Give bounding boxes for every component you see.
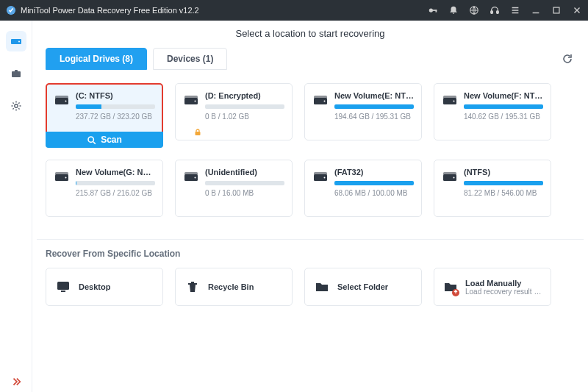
svg-rect-10 [12, 71, 21, 77]
gear-icon [10, 100, 22, 112]
section-title: Recover From Specific Location [46, 249, 575, 259]
drive-card[interactable]: New Volume(F: NTFS)140.62 GB / 195.31 GB [434, 83, 551, 140]
location-label: Select Folder [337, 282, 388, 291]
drive-size: 215.87 GB / 216.02 GB [76, 189, 155, 197]
svg-point-15 [65, 101, 67, 102]
drive-name: New Volume(E: NTFS) [334, 91, 414, 100]
page-heading: Select a location to start recovering [46, 28, 575, 39]
location-label: Load Manually [465, 279, 542, 288]
globe-icon[interactable] [469, 5, 479, 15]
drive-name: (NTFS) [464, 168, 543, 177]
svg-rect-7 [553, 7, 559, 13]
drive-name: (FAT32) [334, 168, 414, 177]
hard-drive-icon [314, 91, 329, 134]
maximize-button[interactable] [551, 5, 562, 15]
drive-size: 140.62 GB / 195.31 GB [464, 113, 543, 121]
drive-size: 81.22 MB / 546.00 MB [464, 189, 543, 197]
svg-point-19 [195, 101, 196, 102]
load-icon [443, 279, 458, 295]
close-button[interactable] [572, 5, 582, 15]
headphones-icon[interactable] [490, 5, 500, 15]
location-sublabel: Load recovery result (*... [465, 288, 542, 296]
tab-label: Devices (1) [167, 54, 213, 64]
svg-rect-31 [184, 172, 198, 175]
drive-icon [10, 35, 22, 47]
tab-label: Logical Drives (8) [60, 54, 133, 64]
tab-devices[interactable]: Devices (1) [153, 48, 227, 70]
chevron-right-double-icon [11, 377, 21, 387]
drive-card[interactable]: (NTFS)81.22 MB / 546.00 MB [434, 160, 551, 217]
scan-label: Scan [101, 135, 122, 145]
drive-name: (D: Encrypted) [205, 91, 284, 100]
scan-button[interactable]: Scan [46, 132, 163, 148]
svg-point-9 [18, 41, 20, 43]
svg-rect-3 [436, 10, 437, 13]
svg-rect-41 [188, 283, 197, 285]
location-label: Desktop [79, 282, 110, 291]
svg-rect-40 [61, 291, 65, 292]
svg-rect-22 [314, 96, 327, 99]
app-logo-icon [6, 5, 16, 15]
svg-rect-42 [191, 282, 194, 283]
svg-point-12 [14, 104, 17, 107]
svg-rect-5 [491, 11, 493, 14]
usage-bar [334, 181, 414, 185]
hard-drive-icon [443, 168, 458, 210]
drive-size: 0 B / 1.02 GB [205, 113, 284, 121]
location-load-manually[interactable]: Load Manually Load recovery result (*... [434, 268, 551, 306]
tab-logical-drives[interactable]: Logical Drives (8) [46, 48, 147, 70]
svg-point-32 [195, 177, 196, 179]
refresh-icon [562, 53, 573, 65]
key-icon[interactable] [428, 5, 438, 15]
window-title: MiniTool Power Data Recovery Free Editio… [21, 6, 199, 15]
drive-card[interactable]: (FAT32)68.06 MB / 100.00 MB [304, 160, 422, 217]
location-select-folder[interactable]: Select Folder [304, 268, 422, 306]
svg-point-26 [453, 101, 455, 102]
svg-rect-39 [57, 282, 69, 290]
drive-name: New Volume(F: NTFS) [464, 91, 543, 100]
svg-rect-28 [55, 172, 68, 175]
hard-drive-icon [443, 91, 458, 134]
title-bar: MiniTool Power Data Recovery Free Editio… [0, 0, 588, 21]
drive-grid: (C: NTFS)237.72 GB / 323.20 GBScan(D: En… [46, 83, 575, 217]
drive-card[interactable]: New Volume(E: NTFS)194.64 GB / 195.31 GB [304, 83, 422, 140]
sidebar-item-settings[interactable] [6, 96, 26, 116]
usage-bar [464, 181, 543, 185]
usage-bar [334, 104, 414, 109]
sidebar-expand-button[interactable] [6, 371, 26, 392]
drive-card[interactable]: (C: NTFS)237.72 GB / 323.20 GBScan [46, 83, 163, 148]
search-icon [87, 135, 96, 145]
usage-bar [76, 181, 155, 185]
svg-rect-37 [443, 172, 456, 175]
svg-rect-34 [314, 172, 327, 175]
minimize-button[interactable] [531, 5, 541, 15]
usage-bar [464, 104, 543, 109]
hard-drive-icon [55, 168, 70, 210]
location-label: Recycle Bin [208, 282, 254, 291]
drive-card[interactable]: (Unidentified)0 B / 16.00 MB [175, 160, 293, 217]
svg-point-38 [453, 177, 455, 179]
svg-rect-25 [443, 96, 456, 99]
usage-bar [76, 104, 155, 109]
drive-size: 237.72 GB / 323.20 GB [76, 113, 155, 121]
lock-icon [194, 129, 201, 136]
location-desktop[interactable]: Desktop [46, 268, 163, 306]
drive-name: New Volume(G: NTFS) [76, 168, 155, 177]
sidebar-item-toolbox[interactable] [6, 63, 26, 84]
hard-drive-icon [314, 168, 329, 210]
sidebar-item-recovery[interactable] [6, 31, 26, 51]
bell-icon[interactable] [448, 5, 459, 15]
svg-rect-6 [497, 11, 499, 14]
drive-name: (Unidentified) [205, 168, 284, 177]
refresh-button[interactable] [560, 51, 575, 66]
drive-size: 0 B / 16.00 MB [205, 189, 284, 197]
svg-point-16 [88, 137, 93, 142]
drive-card[interactable]: New Volume(G: NTFS)215.87 GB / 216.02 GB [46, 160, 163, 217]
svg-point-23 [324, 101, 326, 102]
svg-point-29 [65, 177, 67, 179]
drive-card[interactable]: (D: Encrypted)0 B / 1.02 GB [175, 83, 293, 140]
menu-icon[interactable] [510, 5, 520, 15]
svg-rect-20 [196, 132, 201, 135]
desktop-icon [55, 279, 71, 295]
location-recycle-bin[interactable]: Recycle Bin [175, 268, 293, 306]
